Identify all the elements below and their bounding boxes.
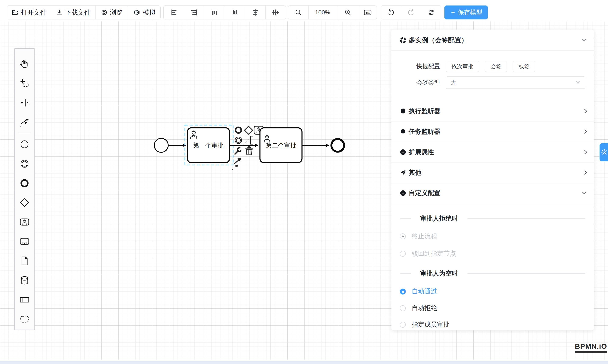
section-label: 其他: [409, 168, 584, 177]
bell-icon: [400, 129, 406, 135]
append-text-annotation-icon[interactable]: [242, 136, 253, 146]
section-label: 自定义配置: [409, 189, 581, 197]
multi-instance-icon: [400, 37, 406, 43]
radio-label: 指定成员审批: [412, 320, 450, 329]
bell-icon: [400, 108, 406, 114]
radio-return-to-node[interactable]: 驳回到指定节点: [400, 249, 456, 258]
append-intermediate-event-icon[interactable]: [235, 137, 242, 144]
plus-circle-icon: [400, 190, 406, 196]
chevron-right-icon: [584, 108, 587, 114]
quick-config-label: 快捷配置: [391, 62, 440, 70]
chevron-right-icon: [584, 129, 587, 135]
radio-label: 自动通过: [412, 287, 437, 296]
radio-icon: [400, 289, 406, 295]
bpmn-io-watermark[interactable]: BPMN.iO: [575, 342, 607, 352]
sign-type-select[interactable]: 无: [446, 77, 585, 89]
radio-label: 终止流程: [412, 232, 437, 241]
properties-panel: 多实例（会签配置） 快捷配置 依次审批 会签 或签 会签类型 无 执行监听器: [391, 30, 594, 330]
task-first-approval-label: 第一个审批: [193, 142, 224, 149]
radio-label: 自动拒绝: [412, 304, 437, 312]
trash-icon[interactable]: [245, 147, 253, 155]
empty-group-title: 审批人为空时: [400, 269, 585, 278]
task-first-approval[interactable]: 第一个审批: [187, 128, 229, 163]
section-label: 扩展属性: [409, 148, 584, 156]
connect-tool-icon[interactable]: [232, 158, 241, 170]
panel-title: 多实例（会签配置）: [409, 36, 581, 45]
section-label: 任务监听器: [409, 127, 584, 136]
radio-assign-member[interactable]: 指定成员审批: [400, 320, 450, 329]
panel-sections: 执行监听器 任务监听器 扩展属性 其他: [391, 101, 594, 203]
quick-option-countersign[interactable]: 会签: [485, 61, 507, 72]
append-end-event-icon[interactable]: [236, 127, 241, 133]
radio-terminate-process[interactable]: 终止流程: [400, 232, 437, 241]
sign-type-label: 会签类型: [391, 78, 440, 87]
quick-option-sequential[interactable]: 依次审批: [446, 61, 479, 72]
start-event-shape[interactable]: [154, 138, 168, 152]
context-pad: [232, 126, 263, 170]
sign-type-row: 会签类型 无: [391, 77, 594, 89]
radio-icon: [400, 305, 406, 311]
bpmn-modeler-app: { "toolbar": { "buttons": [ {"label": "打…: [0, 0, 608, 364]
wrench-icon[interactable]: [235, 147, 242, 154]
section-task-listener[interactable]: 任务监听器: [391, 121, 594, 142]
append-gateway-icon[interactable]: [245, 126, 252, 134]
chevron-down-icon: [581, 191, 587, 195]
multi-instance-header[interactable]: 多实例（会签配置）: [391, 30, 594, 51]
reject-group-title: 审批人拒绝时: [400, 214, 585, 223]
radio-auto-pass[interactable]: 自动通过: [400, 287, 437, 296]
radio-icon: [400, 251, 406, 257]
section-execution-listener[interactable]: 执行监听器: [391, 101, 594, 121]
plus-circle-icon: [400, 149, 406, 155]
radio-icon: [400, 234, 406, 239]
section-custom-config[interactable]: 自定义配置: [391, 183, 594, 203]
radio-label: 驳回到指定节点: [412, 249, 456, 258]
radio-icon: [400, 322, 406, 328]
gear-icon: [601, 149, 608, 156]
section-extended-properties[interactable]: 扩展属性: [391, 142, 594, 162]
chevron-right-icon: [584, 149, 587, 155]
radio-auto-reject[interactable]: 自动拒绝: [400, 304, 437, 312]
chevron-right-icon: [584, 169, 587, 176]
quick-option-orsign[interactable]: 或签: [513, 61, 535, 72]
sign-type-value: 无: [450, 78, 575, 87]
send-icon: [400, 169, 406, 176]
section-other[interactable]: 其他: [391, 162, 594, 183]
task-second-approval-label: 第二个审批: [266, 142, 296, 149]
chevron-down-icon[interactable]: [581, 38, 587, 42]
quick-config-row: 快捷配置 依次审批 会签 或签: [391, 60, 594, 73]
panel-toggle-tab[interactable]: [600, 143, 608, 161]
end-event-shape[interactable]: [331, 139, 344, 152]
section-label: 执行监听器: [409, 107, 584, 116]
chevron-down-icon: [575, 81, 581, 84]
task-second-approval[interactable]: 第二个审批: [260, 128, 302, 163]
